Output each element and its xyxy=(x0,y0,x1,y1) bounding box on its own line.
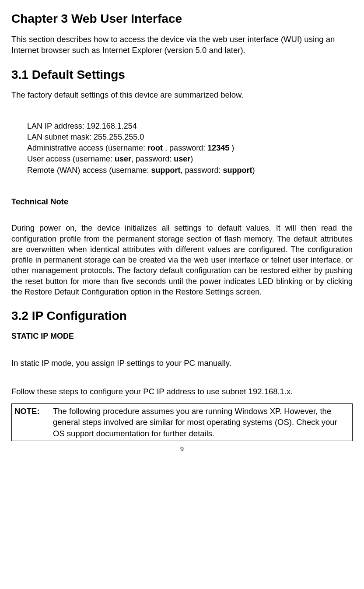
chapter-title: Chapter 3 Web User Interface xyxy=(11,11,353,28)
remote-mid: , password: xyxy=(180,166,223,175)
user-pass: user xyxy=(174,154,190,163)
note-text: The following procedure assumes you are … xyxy=(53,406,350,439)
user-line: User access (username: user, password: u… xyxy=(27,154,353,165)
lan-mask-line: LAN subnet mask: 255.255.255.0 xyxy=(27,132,353,143)
section-3-1-title: 3.1 Default Settings xyxy=(11,67,353,84)
remote-pass: support xyxy=(223,166,252,175)
admin-user: root xyxy=(147,144,163,152)
admin-post: ) xyxy=(229,144,234,152)
remote-post: ) xyxy=(252,166,255,175)
user-post: ) xyxy=(190,154,193,163)
lan-mask-value: 255.255.255.0 xyxy=(94,133,144,141)
remote-pre: Remote (WAN) access (username: xyxy=(27,166,151,175)
technical-note-heading: Technical Note xyxy=(11,196,353,207)
user-pre: User access (username: xyxy=(27,154,115,163)
admin-mid: , password: xyxy=(163,144,207,152)
remote-user: support xyxy=(151,166,180,175)
admin-line: Administrative access (username: root , … xyxy=(27,143,353,154)
user-mid: , password: xyxy=(131,154,174,163)
static-ip-body-2: Follow these steps to configure your PC … xyxy=(11,386,353,397)
user-user: user xyxy=(115,154,131,163)
lan-mask-label: LAN subnet mask: xyxy=(27,133,94,141)
section-3-2-title: 3.2 IP Configuration xyxy=(11,308,353,325)
lan-ip-line: LAN IP address: 192.168.1.254 xyxy=(27,121,353,132)
section-3-1-intro: The factory default settings of this dev… xyxy=(11,89,353,101)
note-box: NOTE: The following procedure assumes yo… xyxy=(11,403,353,442)
default-settings-list: LAN IP address: 192.168.1.254 LAN subnet… xyxy=(27,121,353,176)
lan-ip-value: 192.168.1.254 xyxy=(87,122,137,130)
admin-pass: 12345 xyxy=(207,144,229,152)
technical-note-body: During power on, the device initializes … xyxy=(11,223,353,297)
note-label: NOTE: xyxy=(14,406,53,417)
chapter-intro: This section describes how to access the… xyxy=(11,34,353,56)
remote-line: Remote (WAN) access (username: support, … xyxy=(27,165,353,176)
admin-pre: Administrative access (username: xyxy=(27,144,147,152)
static-ip-body-1: In static IP mode, you assign IP setting… xyxy=(11,358,353,369)
static-ip-heading: STATIC IP MODE xyxy=(11,331,353,342)
lan-ip-label: LAN IP address: xyxy=(27,122,87,130)
page-number: 9 xyxy=(11,445,353,454)
